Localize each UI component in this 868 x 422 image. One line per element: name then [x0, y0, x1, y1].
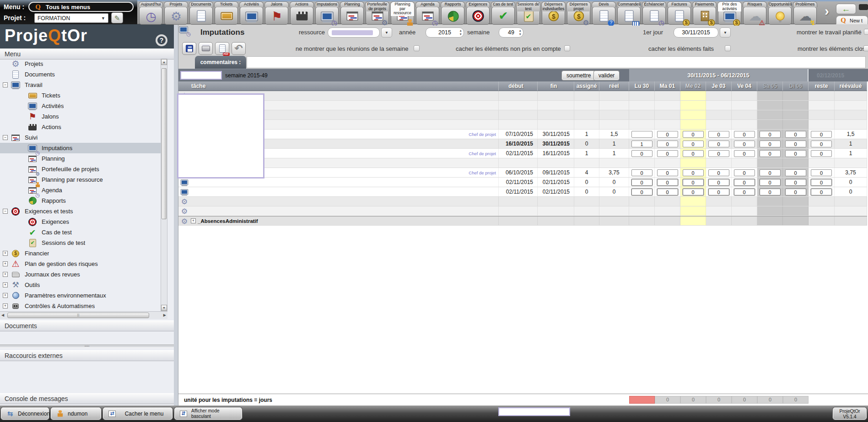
user-button[interactable]: ndumon	[51, 407, 101, 420]
day-input[interactable]: 0	[785, 189, 806, 195]
rest-input[interactable]: 0	[811, 131, 832, 138]
tree-toggle-icon[interactable]: +	[3, 251, 8, 256]
back-button[interactable]: ←	[836, 4, 856, 14]
tab-label[interactable]: Opportunités	[768, 1, 792, 7]
tab-label[interactable]: Devis	[592, 1, 616, 7]
resource-input[interactable]	[328, 27, 380, 38]
tab-label[interactable]: Documents	[189, 1, 213, 7]
toolbar-tab-ch-ancier[interactable]: Échéancier◷	[642, 1, 667, 26]
first-day-dropdown-button[interactable]: ▼	[720, 27, 731, 38]
sidebar-item-plan-de-gestion-des-risques[interactable]: +⚠Plan de gestion des risques	[0, 259, 167, 269]
scrollbar-thumb[interactable]: ⠿	[7, 313, 149, 318]
minimize-icon[interactable]	[859, 4, 868, 10]
day-input[interactable]	[631, 131, 652, 138]
tab-button[interactable]	[189, 7, 213, 25]
toolbar-tab-commandes[interactable]: Commandes	[616, 1, 642, 26]
day-input[interactable]: 0	[631, 179, 652, 186]
day-input[interactable]: 0	[734, 179, 755, 186]
tab-button[interactable]: ⚙	[164, 7, 188, 25]
day-input[interactable]: 0	[760, 179, 781, 186]
toolbar-tab-imputations[interactable]: Imputations◷	[314, 1, 340, 26]
tab-label[interactable]: Problèmes	[793, 1, 817, 7]
tab-label[interactable]: Échéancier	[642, 1, 666, 7]
day-input[interactable]: 0	[734, 131, 755, 138]
sidebar-item-tickets[interactable]: Tickets	[0, 90, 167, 101]
day-input[interactable]: 0	[760, 141, 781, 147]
toolbar-tab-probl-mes[interactable]: Problèmes☁↯	[793, 1, 818, 26]
tab-button[interactable]: ⚑	[265, 7, 288, 25]
day-input[interactable]: 0	[708, 179, 729, 186]
tab-button[interactable]: ✔	[491, 7, 515, 25]
sidebar-item-exigences-et-tests[interactable]: −Exigences et tests	[0, 206, 167, 216]
sidebar-item-sessions-de-test[interactable]: ✔Sessions de test	[0, 238, 167, 248]
only-meetings-checkbox[interactable]	[414, 45, 420, 51]
sidebar-item-portefeuille-de-projets[interactable]: ⚙Portefeuille de projets	[0, 164, 167, 174]
day-input[interactable]: 0	[785, 131, 806, 138]
day-input[interactable]: 0	[734, 141, 755, 147]
sidebar-item-exigences[interactable]: Exigences	[0, 216, 167, 227]
toolbar-tab-jalons[interactable]: Jalons⚑	[264, 1, 289, 26]
toolbar-tab-projets[interactable]: Projets⚙	[163, 1, 189, 26]
tab-label[interactable]: Imputations	[315, 1, 339, 7]
sidebar-item-planning-par-ressource[interactable]: Planning par ressource	[0, 174, 167, 185]
show-planned-checkbox[interactable]	[864, 29, 868, 35]
toolbar-tab-cas-de-test[interactable]: Cas de test✔	[491, 1, 516, 26]
sidebar-item-activit-s[interactable]: Activités	[0, 101, 167, 111]
toolbar-tab-exigences[interactable]: Exigences	[465, 1, 491, 26]
toolbar-tab-d-penses-individuelles[interactable]: Dépenses individuelles$	[541, 1, 566, 26]
sidebar-item-projets[interactable]: ⚙Projets	[0, 59, 167, 69]
submit-button[interactable]: soumettre	[562, 71, 595, 80]
tab-label[interactable]: Risques	[743, 1, 767, 7]
day-input[interactable]: 0	[683, 150, 704, 157]
sidebar-item-param-tres-environnementaux[interactable]: +Paramètres environnementaux	[0, 290, 167, 301]
sidebar-item-financier[interactable]: +$Financier	[0, 248, 167, 259]
day-input[interactable]: 0	[657, 179, 678, 186]
tab-button[interactable]	[441, 7, 464, 25]
tree-toggle-icon[interactable]: −	[3, 135, 8, 140]
tab-button[interactable]: ?	[592, 7, 615, 25]
day-input[interactable]: 0	[708, 150, 729, 157]
tab-label[interactable]: Factures	[667, 1, 691, 7]
tree-toggle-icon[interactable]: −	[3, 82, 8, 87]
tab-button[interactable]	[290, 7, 313, 25]
project-select[interactable]: FORMATION ▼	[34, 13, 108, 23]
toolbar-tab-portefeuille-de-projets[interactable]: Portefeuille de projets⚙	[365, 1, 390, 26]
hide-done-checkbox[interactable]	[725, 45, 731, 51]
tab-button[interactable]: ☁↯	[793, 7, 817, 25]
day-input[interactable]: 0	[734, 150, 755, 157]
toolbar-tab-prix-des-activit-s[interactable]: Prix des activités$	[717, 1, 742, 26]
tab-label[interactable]: Jalons	[264, 1, 289, 7]
toolbar-tab-agenda[interactable]: Agenda◷	[415, 1, 440, 26]
day-input[interactable]: 0	[683, 189, 704, 195]
logout-button[interactable]: ⇆Déconnexion	[1, 407, 49, 420]
day-input[interactable]: 0	[760, 169, 781, 176]
toolbar-tab-risques[interactable]: Risques☁⚠	[742, 1, 767, 26]
day-input[interactable]: 0	[785, 179, 806, 186]
day-input[interactable]: 0	[760, 189, 781, 195]
week-spinner[interactable]: 49 ▲▼	[499, 27, 523, 38]
rest-input[interactable]: 0	[811, 189, 832, 195]
tab-button[interactable]: $	[668, 7, 691, 25]
menu-selector[interactable]: Q Tous les menus	[28, 2, 134, 12]
sidebar-item-cas-de-test[interactable]: ✔Cas de test	[0, 227, 167, 238]
sidebar-item-planning[interactable]: Planning	[0, 153, 167, 164]
tab-label[interactable]: Portefeuille de projets	[365, 1, 389, 11]
day-input[interactable]: 0	[734, 169, 755, 176]
sidebar-section-shortcuts[interactable]: Raccourcis externes	[0, 350, 174, 361]
toolbar-tab-documents[interactable]: Documents	[189, 1, 214, 26]
day-input[interactable]: 0	[683, 179, 704, 186]
spinner-arrows-icon[interactable]: ▲▼	[519, 29, 522, 36]
toolbar-tab-activit-s[interactable]: Activités	[239, 1, 264, 26]
sidebar-section-console[interactable]: Console de messages	[0, 393, 174, 404]
rest-input[interactable]: 0	[811, 169, 832, 176]
year-spinner[interactable]: 2015 ▲▼	[426, 27, 464, 38]
print-button[interactable]	[199, 42, 213, 55]
tree-toggle-icon[interactable]: +	[3, 282, 8, 287]
tab-button[interactable]: ◷	[315, 7, 339, 25]
tab-label[interactable]: Aujourd'hui	[139, 1, 163, 7]
tab-label[interactable]: Planning	[340, 1, 364, 7]
hide-menu-button[interactable]: ⇄Cacher le menu	[103, 407, 173, 420]
help-icon[interactable]: ?	[156, 34, 167, 46]
tab-label[interactable]: Exigences	[466, 1, 490, 7]
toolbar-tab-actions[interactable]: Actions	[289, 1, 314, 26]
